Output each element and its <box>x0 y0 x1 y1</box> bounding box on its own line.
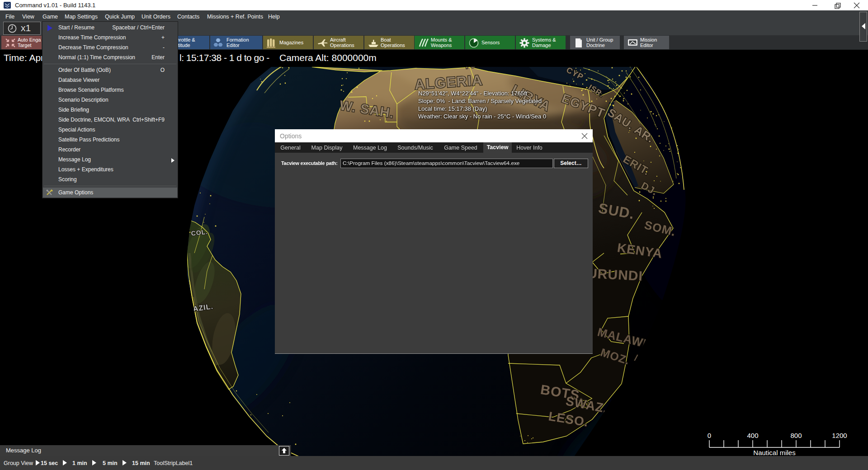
svg-text:0: 0 <box>708 432 711 439</box>
svg-text:MAD..: MAD.. <box>633 352 664 376</box>
svg-text:800: 800 <box>790 432 802 439</box>
svg-text:URUNDI: URUNDI <box>587 266 643 283</box>
svg-text:400: 400 <box>747 432 758 439</box>
svg-text:1200: 1200 <box>832 432 847 439</box>
svg-text:Nautical miles: Nautical miles <box>753 449 795 456</box>
